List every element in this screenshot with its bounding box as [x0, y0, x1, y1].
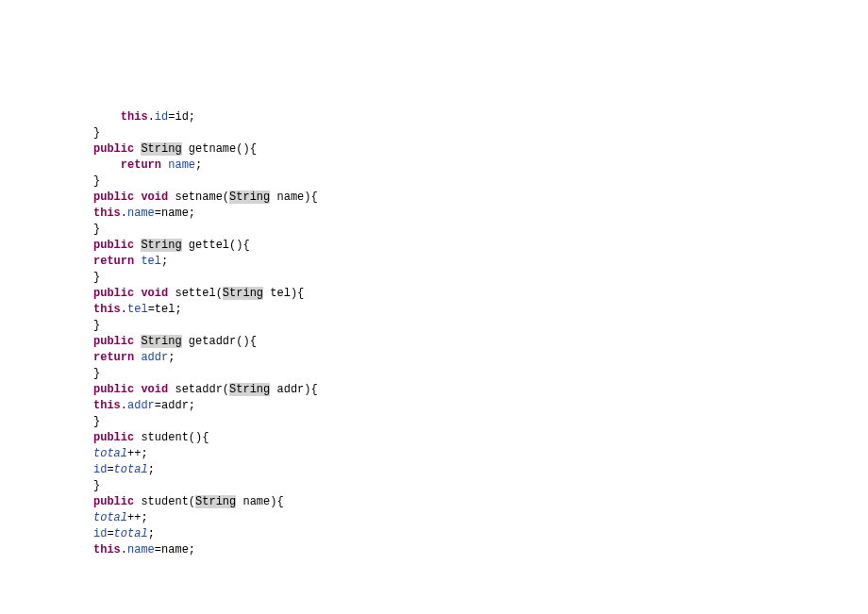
l24: } — [93, 479, 100, 492]
l22: total++; — [93, 447, 148, 460]
l16: return addr; — [93, 351, 175, 364]
l1: this.id=id; — [93, 110, 195, 124]
l17: } — [93, 367, 100, 380]
l15: public String getaddr(){ — [93, 335, 257, 348]
l27: id=total; — [93, 527, 155, 540]
l7: this.name=name; — [93, 207, 195, 220]
l26: total++; — [93, 511, 148, 524]
l11: } — [93, 271, 100, 284]
l23: id=total; — [93, 463, 155, 476]
code-block: this.id=id; } public String getname(){ r… — [93, 93, 318, 558]
l12: public void settel(String tel){ — [93, 287, 304, 300]
l5: } — [93, 174, 100, 188]
l4: return name; — [93, 158, 202, 172]
l10: return tel; — [93, 255, 168, 268]
l18: public void setaddr(String addr){ — [93, 383, 318, 396]
l2: } — [93, 126, 100, 140]
l6: public void setname(String name){ — [93, 191, 318, 204]
l28: this.name=name; — [93, 543, 195, 556]
l25: public student(String name){ — [93, 495, 284, 508]
l20: } — [93, 415, 100, 428]
l8: } — [93, 223, 100, 236]
l9: public String gettel(){ — [93, 239, 250, 252]
l21: public student(){ — [93, 431, 209, 444]
l3: public String getname(){ — [93, 142, 257, 156]
l14: } — [93, 319, 100, 332]
l13: this.tel=tel; — [93, 303, 182, 316]
l19: this.addr=addr; — [93, 399, 195, 412]
